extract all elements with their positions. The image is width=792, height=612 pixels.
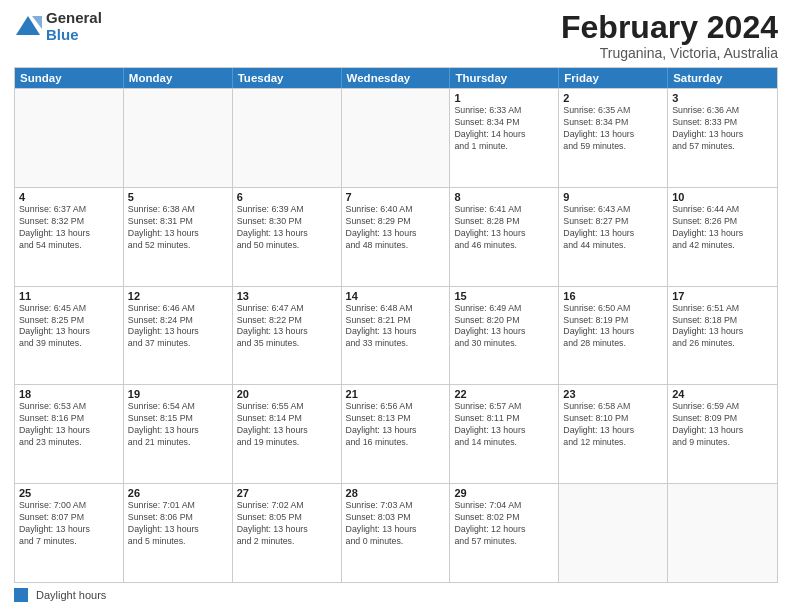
cal-cell: 14Sunrise: 6:48 AM Sunset: 8:21 PM Dayli… [342,287,451,385]
logo-text: General Blue [46,10,102,43]
day-info: Sunrise: 7:03 AM Sunset: 8:03 PM Dayligh… [346,500,446,548]
day-number: 29 [454,487,554,499]
day-number: 22 [454,388,554,400]
day-info: Sunrise: 6:41 AM Sunset: 8:28 PM Dayligh… [454,204,554,252]
header-day-wednesday: Wednesday [342,68,451,88]
day-info: Sunrise: 6:47 AM Sunset: 8:22 PM Dayligh… [237,303,337,351]
day-info: Sunrise: 6:35 AM Sunset: 8:34 PM Dayligh… [563,105,663,153]
cal-cell: 3Sunrise: 6:36 AM Sunset: 8:33 PM Daylig… [668,89,777,187]
day-number: 14 [346,290,446,302]
cal-cell: 12Sunrise: 6:46 AM Sunset: 8:24 PM Dayli… [124,287,233,385]
day-info: Sunrise: 7:02 AM Sunset: 8:05 PM Dayligh… [237,500,337,548]
cal-cell: 23Sunrise: 6:58 AM Sunset: 8:10 PM Dayli… [559,385,668,483]
week-row-2: 11Sunrise: 6:45 AM Sunset: 8:25 PM Dayli… [15,286,777,385]
day-number: 3 [672,92,773,104]
cal-cell: 27Sunrise: 7:02 AM Sunset: 8:05 PM Dayli… [233,484,342,582]
cal-cell: 5Sunrise: 6:38 AM Sunset: 8:31 PM Daylig… [124,188,233,286]
day-number: 6 [237,191,337,203]
cal-cell [15,89,124,187]
cal-cell: 1Sunrise: 6:33 AM Sunset: 8:34 PM Daylig… [450,89,559,187]
day-info: Sunrise: 6:44 AM Sunset: 8:26 PM Dayligh… [672,204,773,252]
daylight-swatch [14,588,28,602]
header: General Blue February 2024 Truganina, Vi… [14,10,778,61]
day-info: Sunrise: 6:54 AM Sunset: 8:15 PM Dayligh… [128,401,228,449]
calendar: SundayMondayTuesdayWednesdayThursdayFrid… [14,67,778,583]
day-info: Sunrise: 6:51 AM Sunset: 8:18 PM Dayligh… [672,303,773,351]
header-day-saturday: Saturday [668,68,777,88]
cal-cell: 10Sunrise: 6:44 AM Sunset: 8:26 PM Dayli… [668,188,777,286]
day-info: Sunrise: 6:45 AM Sunset: 8:25 PM Dayligh… [19,303,119,351]
day-number: 17 [672,290,773,302]
day-number: 13 [237,290,337,302]
day-number: 2 [563,92,663,104]
day-number: 24 [672,388,773,400]
day-number: 4 [19,191,119,203]
calendar-body: 1Sunrise: 6:33 AM Sunset: 8:34 PM Daylig… [15,88,777,582]
day-info: Sunrise: 6:57 AM Sunset: 8:11 PM Dayligh… [454,401,554,449]
cal-cell: 18Sunrise: 6:53 AM Sunset: 8:16 PM Dayli… [15,385,124,483]
day-info: Sunrise: 6:46 AM Sunset: 8:24 PM Dayligh… [128,303,228,351]
day-number: 28 [346,487,446,499]
cal-cell: 16Sunrise: 6:50 AM Sunset: 8:19 PM Dayli… [559,287,668,385]
cal-cell: 17Sunrise: 6:51 AM Sunset: 8:18 PM Dayli… [668,287,777,385]
day-number: 8 [454,191,554,203]
day-info: Sunrise: 6:36 AM Sunset: 8:33 PM Dayligh… [672,105,773,153]
cal-cell: 22Sunrise: 6:57 AM Sunset: 8:11 PM Dayli… [450,385,559,483]
day-number: 1 [454,92,554,104]
day-info: Sunrise: 6:33 AM Sunset: 8:34 PM Dayligh… [454,105,554,153]
cal-cell [233,89,342,187]
cal-cell: 13Sunrise: 6:47 AM Sunset: 8:22 PM Dayli… [233,287,342,385]
header-day-monday: Monday [124,68,233,88]
cal-cell: 20Sunrise: 6:55 AM Sunset: 8:14 PM Dayli… [233,385,342,483]
cal-cell: 28Sunrise: 7:03 AM Sunset: 8:03 PM Dayli… [342,484,451,582]
day-number: 10 [672,191,773,203]
cal-cell: 7Sunrise: 6:40 AM Sunset: 8:29 PM Daylig… [342,188,451,286]
day-info: Sunrise: 7:04 AM Sunset: 8:02 PM Dayligh… [454,500,554,548]
footer: Daylight hours [14,588,778,602]
cal-cell: 4Sunrise: 6:37 AM Sunset: 8:32 PM Daylig… [15,188,124,286]
day-number: 26 [128,487,228,499]
footer-label: Daylight hours [36,589,106,601]
cal-cell [124,89,233,187]
title-block: February 2024 Truganina, Victoria, Austr… [561,10,778,61]
cal-cell: 25Sunrise: 7:00 AM Sunset: 8:07 PM Dayli… [15,484,124,582]
day-number: 25 [19,487,119,499]
logo-general: General [46,10,102,27]
cal-cell: 8Sunrise: 6:41 AM Sunset: 8:28 PM Daylig… [450,188,559,286]
cal-cell: 21Sunrise: 6:56 AM Sunset: 8:13 PM Dayli… [342,385,451,483]
cal-cell: 26Sunrise: 7:01 AM Sunset: 8:06 PM Dayli… [124,484,233,582]
header-day-thursday: Thursday [450,68,559,88]
page: General Blue February 2024 Truganina, Vi… [0,0,792,612]
day-number: 16 [563,290,663,302]
cal-cell: 29Sunrise: 7:04 AM Sunset: 8:02 PM Dayli… [450,484,559,582]
cal-cell: 15Sunrise: 6:49 AM Sunset: 8:20 PM Dayli… [450,287,559,385]
day-info: Sunrise: 6:58 AM Sunset: 8:10 PM Dayligh… [563,401,663,449]
logo: General Blue [14,10,102,43]
cal-cell: 9Sunrise: 6:43 AM Sunset: 8:27 PM Daylig… [559,188,668,286]
day-info: Sunrise: 7:00 AM Sunset: 8:07 PM Dayligh… [19,500,119,548]
day-info: Sunrise: 6:38 AM Sunset: 8:31 PM Dayligh… [128,204,228,252]
day-info: Sunrise: 6:55 AM Sunset: 8:14 PM Dayligh… [237,401,337,449]
day-number: 23 [563,388,663,400]
week-row-0: 1Sunrise: 6:33 AM Sunset: 8:34 PM Daylig… [15,88,777,187]
cal-cell [342,89,451,187]
day-info: Sunrise: 6:59 AM Sunset: 8:09 PM Dayligh… [672,401,773,449]
week-row-4: 25Sunrise: 7:00 AM Sunset: 8:07 PM Dayli… [15,483,777,582]
cal-cell: 6Sunrise: 6:39 AM Sunset: 8:30 PM Daylig… [233,188,342,286]
calendar-header: SundayMondayTuesdayWednesdayThursdayFrid… [15,68,777,88]
day-info: Sunrise: 6:48 AM Sunset: 8:21 PM Dayligh… [346,303,446,351]
day-info: Sunrise: 6:56 AM Sunset: 8:13 PM Dayligh… [346,401,446,449]
week-row-3: 18Sunrise: 6:53 AM Sunset: 8:16 PM Dayli… [15,384,777,483]
day-number: 12 [128,290,228,302]
day-number: 19 [128,388,228,400]
cal-cell: 2Sunrise: 6:35 AM Sunset: 8:34 PM Daylig… [559,89,668,187]
day-info: Sunrise: 6:39 AM Sunset: 8:30 PM Dayligh… [237,204,337,252]
day-number: 7 [346,191,446,203]
cal-cell [668,484,777,582]
day-info: Sunrise: 6:53 AM Sunset: 8:16 PM Dayligh… [19,401,119,449]
location: Truganina, Victoria, Australia [561,45,778,61]
week-row-1: 4Sunrise: 6:37 AM Sunset: 8:32 PM Daylig… [15,187,777,286]
day-info: Sunrise: 6:37 AM Sunset: 8:32 PM Dayligh… [19,204,119,252]
cal-cell: 11Sunrise: 6:45 AM Sunset: 8:25 PM Dayli… [15,287,124,385]
day-info: Sunrise: 6:49 AM Sunset: 8:20 PM Dayligh… [454,303,554,351]
